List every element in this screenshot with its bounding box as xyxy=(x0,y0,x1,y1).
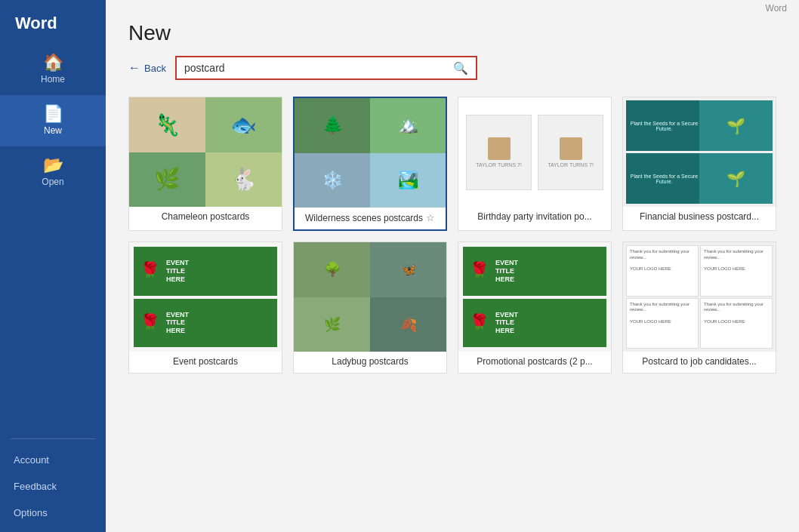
promo-text-2: EVENTTITLEHERE xyxy=(495,311,518,335)
template-thumb-chameleon: 🦎 🐟 🌿 🐇 xyxy=(129,97,282,207)
sidebar-item-home-label: Home xyxy=(41,74,65,85)
promo-flower-2: 🌹 xyxy=(469,313,489,333)
app-title: Word xyxy=(0,0,106,44)
promo-row-1: 🌹 EVENTTITLEHERE xyxy=(463,247,606,296)
sidebar-options[interactable]: Options xyxy=(0,500,106,526)
thumb-cell-2: 🐟 xyxy=(205,97,282,152)
search-input[interactable] xyxy=(181,59,450,77)
template-thumb-financial: Plant the Seeds for a Secure Future. 🌱 P… xyxy=(623,97,776,207)
template-label-job: Postcard to job candidates... xyxy=(623,352,776,373)
job-cell-1: Thank you for submitting your review...Y… xyxy=(626,245,699,297)
template-card-ladybug[interactable]: 🌳 🦋 🌿 🍂 Ladybug postcards xyxy=(293,241,447,374)
new-icon: 📄 xyxy=(43,106,63,122)
page-title: New xyxy=(128,21,776,45)
event-row-2: 🌹 EVENTTITLEHERE xyxy=(134,299,277,348)
template-label-wilderness: Wilderness scenes postcards ☆ xyxy=(295,208,446,229)
lb-cell-4: 🍂 xyxy=(370,297,446,352)
thumb-cell-3: 🌿 xyxy=(129,152,205,208)
search-button[interactable]: 🔍 xyxy=(450,60,471,77)
birthday-photo-2 xyxy=(560,137,582,160)
event-flower-1: 🌹 xyxy=(140,261,160,281)
promo-row-2: 🌹 EVENTTITLEHERE xyxy=(463,299,606,348)
template-card-chameleon[interactable]: 🦎 🐟 🌿 🐇 Chameleon postcards xyxy=(128,97,282,231)
templates-grid: 🦎 🐟 🌿 🐇 Chameleon postcards 🌲 🏔️ xyxy=(128,97,776,374)
job-cell-3: Thank you for submitting your review...Y… xyxy=(626,298,699,349)
thumb-cell-4: 🐇 xyxy=(205,152,282,208)
job-cell-2: Thank you for submitting your review...Y… xyxy=(700,245,773,297)
main-inner: New ← Back 🔍 🦎 🐟 🌿 🐇 xyxy=(106,14,799,532)
search-row: ← Back 🔍 xyxy=(128,56,776,80)
back-button[interactable]: ← Back xyxy=(128,61,166,75)
template-card-birthday[interactable]: TAYLOR TURNS 7! TAYLOR TURNS 7! Birthday… xyxy=(458,97,612,231)
birthday-photo-1 xyxy=(488,137,511,160)
template-thumb-wilderness: 🌲 🏔️ ❄️ 🏞️ xyxy=(295,98,446,208)
sidebar-account[interactable]: Account xyxy=(0,447,106,473)
sidebar-item-open[interactable]: 📂 Open xyxy=(0,146,106,198)
template-thumb-job: Thank you for submitting your review...Y… xyxy=(623,242,776,352)
promo-text-1: EVENTTITLEHERE xyxy=(495,259,518,283)
event-text-2: EVENTTITLEHERE xyxy=(166,311,189,335)
template-label-ladybug: Ladybug postcards xyxy=(294,352,446,373)
sidebar: Word 🏠 Home 📄 New 📂 Open Account Feedbac… xyxy=(0,0,106,532)
template-card-wilderness[interactable]: 🌲 🏔️ ❄️ 🏞️ Wilderness scenes postcards ☆ xyxy=(293,97,447,231)
fin-card-1: Plant the Seeds for a Secure Future. 🌱 xyxy=(626,100,773,151)
sidebar-feedback[interactable]: Feedback xyxy=(0,473,106,500)
fin-card-2: Plant the Seeds for a Secure Future. 🌱 xyxy=(626,153,773,204)
sidebar-item-home[interactable]: 🏠 Home xyxy=(0,44,106,95)
sidebar-item-new[interactable]: 📄 New xyxy=(0,95,106,146)
template-label-event: Event postcards xyxy=(129,352,282,373)
open-icon: 📂 xyxy=(43,157,63,174)
lb-cell-2: 🦋 xyxy=(370,242,446,297)
main-content: Word New ← Back 🔍 🦎 🐟 🌿 xyxy=(106,0,799,532)
template-label-chameleon: Chameleon postcards xyxy=(129,207,282,228)
template-card-promo[interactable]: 🌹 EVENTTITLEHERE 🌹 EVENTTITLEHERE Promot… xyxy=(458,241,612,374)
template-thumb-event: 🌹 EVENTTITLEHERE 🌹 EVENTTITLEHERE xyxy=(129,242,282,352)
template-thumb-ladybug: 🌳 🦋 🌿 🍂 xyxy=(294,242,446,352)
sidebar-bottom: Account Feedback Options xyxy=(0,447,106,532)
template-card-event[interactable]: 🌹 EVENTTITLEHERE 🌹 EVENTTITLEHERE Event … xyxy=(128,241,282,374)
template-label-birthday: Birthday party invitation po... xyxy=(458,207,611,228)
template-label-financial: Financial business postcard... xyxy=(623,207,776,228)
wilderness-cell-4: 🏞️ xyxy=(370,153,446,208)
template-thumb-promo: 🌹 EVENTTITLEHERE 🌹 EVENTTITLEHERE xyxy=(458,242,611,352)
event-row-1: 🌹 EVENTTITLEHERE xyxy=(134,247,277,296)
sidebar-nav: 🏠 Home 📄 New 📂 Open xyxy=(0,44,106,431)
template-card-job[interactable]: Thank you for submitting your review...Y… xyxy=(622,241,776,374)
template-card-financial[interactable]: Plant the Seeds for a Secure Future. 🌱 P… xyxy=(622,97,776,231)
wilderness-cell-2: 🏔️ xyxy=(370,98,446,153)
pin-icon: ☆ xyxy=(426,212,435,223)
event-flower-2: 🌹 xyxy=(140,313,160,333)
search-box: 🔍 xyxy=(175,56,477,80)
wilderness-cell-1: 🌲 xyxy=(295,98,370,153)
wilderness-cell-3: ❄️ xyxy=(295,153,370,208)
sidebar-item-new-label: New xyxy=(44,125,62,136)
sidebar-divider xyxy=(11,438,95,439)
sidebar-item-open-label: Open xyxy=(42,177,63,187)
event-text-1: EVENTTITLEHERE xyxy=(166,259,189,283)
birthday-card-2: TAYLOR TURNS 7! xyxy=(538,115,603,190)
template-thumb-birthday: TAYLOR TURNS 7! TAYLOR TURNS 7! xyxy=(458,97,611,207)
lb-cell-3: 🌿 xyxy=(294,297,370,352)
birthday-card-1: TAYLOR TURNS 7! xyxy=(466,115,532,190)
back-label: Back xyxy=(144,63,166,74)
template-label-promo: Promotional postcards (2 p... xyxy=(458,352,611,373)
word-label: Word xyxy=(106,0,799,14)
lb-cell-1: 🌳 xyxy=(294,242,370,297)
job-cell-4: Thank you for submitting your review...Y… xyxy=(700,298,773,349)
home-icon: 🏠 xyxy=(43,54,63,71)
thumb-cell-1: 🦎 xyxy=(129,97,205,152)
back-arrow-icon: ← xyxy=(128,61,140,75)
promo-flower-1: 🌹 xyxy=(469,261,489,281)
